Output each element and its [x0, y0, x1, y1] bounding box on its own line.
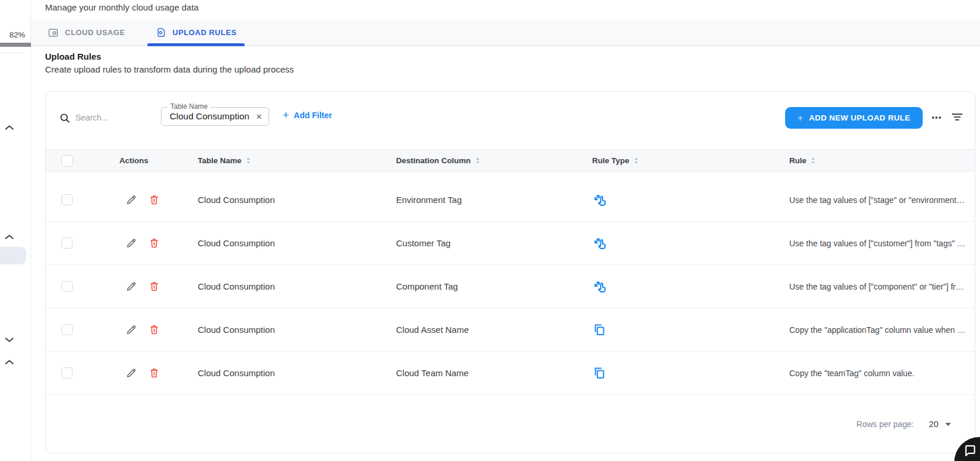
more-options-button[interactable]: ••• [929, 109, 944, 126]
delete-button[interactable] [148, 324, 160, 336]
sort-icon [245, 156, 252, 165]
edit-button[interactable] [125, 367, 137, 379]
row-checkbox[interactable] [61, 367, 73, 379]
table-row: Cloud Consumption Cloud Team Name Copy t… [46, 352, 975, 395]
usage-progress-bar [0, 43, 31, 47]
cell-destination-column: Cloud Team Name [396, 368, 469, 378]
rule-type-tag-icon [592, 192, 607, 208]
page-subtitle: Manage your monthly cloud usage data [45, 2, 199, 12]
table-body: Cloud Consumption Environment Tag Use th… [46, 178, 975, 395]
row-checkbox[interactable] [61, 281, 73, 292]
trash-icon [148, 194, 160, 206]
dropdown-caret-icon[interactable] [945, 422, 951, 426]
cell-table-name: Cloud Consumption [198, 325, 275, 335]
rule-type-tag-icon [592, 236, 607, 251]
cell-table-name: Cloud Consumption [198, 195, 275, 205]
table-name-filter-chip[interactable]: Table Name Cloud Consumption ✕ [161, 107, 269, 126]
table-row: Cloud Consumption Component Tag Use the … [46, 265, 975, 308]
table-row: Cloud Consumption Cloud Asset Name Copy … [46, 308, 975, 352]
cell-destination-column: Cloud Asset Name [396, 325, 469, 335]
delete-button[interactable] [148, 237, 160, 249]
chevron-down-icon[interactable] [5, 335, 14, 342]
add-filter-button[interactable]: + Add Filter [283, 109, 332, 121]
cell-destination-column: Customer Tag [396, 238, 451, 248]
upload-rules-card: Table Name Cloud Consumption ✕ + Add Fil… [45, 91, 975, 453]
cell-destination-column: Environment Tag [396, 195, 462, 205]
column-header-rule-type[interactable]: Rule Type [592, 156, 789, 165]
pencil-icon [125, 367, 137, 379]
rows-per-page-value[interactable]: 20 [929, 419, 938, 429]
pencil-icon [125, 194, 137, 206]
table-view-icon [47, 27, 59, 39]
delete-button[interactable] [148, 280, 160, 293]
add-filter-label: Add Filter [294, 111, 332, 120]
left-sidebar: 82% [0, 0, 31, 461]
column-header-actions: Actions [104, 156, 198, 165]
sidebar-divider [0, 53, 25, 53]
trash-icon [148, 237, 160, 249]
cell-rule: Use the tag values of ["component" or "t… [789, 282, 975, 291]
rule-type-copy-icon [592, 366, 607, 380]
trash-icon [148, 280, 160, 293]
add-new-upload-rule-button[interactable]: + ADD NEW UPLOAD RULE [785, 107, 923, 129]
chevron-up-icon[interactable] [5, 122, 14, 129]
filter-chip-value: Cloud Consumption [170, 111, 249, 122]
cell-table-name: Cloud Consumption [198, 368, 275, 378]
table-row: Cloud Consumption Customer Tag Use the t… [46, 222, 975, 265]
edit-button[interactable] [125, 280, 137, 293]
sort-icon [810, 156, 816, 165]
usage-percent-label: 82% [9, 30, 25, 39]
sidebar-active-item[interactable] [0, 247, 26, 264]
edit-button[interactable] [125, 237, 137, 249]
upload-rules-file-icon [156, 27, 167, 38]
edit-button[interactable] [125, 194, 137, 206]
tab-bar: CLOUD USAGE UPLOAD RULES [31, 19, 980, 46]
close-icon[interactable]: ✕ [256, 113, 262, 121]
sort-icon [633, 156, 639, 165]
cell-rule: Use the tag values of ["stage" or "envir… [789, 195, 975, 205]
rule-type-tag-icon [592, 279, 607, 294]
trash-icon [148, 367, 160, 379]
tab-cloud-usage[interactable]: CLOUD USAGE [38, 19, 135, 46]
cell-table-name: Cloud Consumption [198, 281, 275, 291]
table-header-row: Actions Table Name Destination Column Ru… [46, 149, 975, 172]
cell-rule: Use the tag values of ["customer"] from … [789, 239, 975, 248]
cell-rule: Copy the "applicationTag" column value w… [789, 325, 975, 335]
add-rule-label: ADD NEW UPLOAD RULE [809, 113, 910, 122]
chevron-up-icon[interactable] [5, 357, 14, 364]
pencil-icon [125, 237, 137, 249]
row-checkbox[interactable] [61, 324, 73, 335]
filter-chip-label: Table Name [167, 102, 211, 111]
search-icon [59, 112, 70, 126]
cell-destination-column: Component Tag [396, 281, 458, 291]
filter-list-icon[interactable] [949, 109, 965, 126]
pencil-icon [125, 324, 137, 336]
chevron-up-icon[interactable] [5, 232, 14, 239]
tab-label: UPLOAD RULES [173, 28, 237, 37]
table-row: Cloud Consumption Environment Tag Use th… [46, 178, 975, 222]
trash-icon [148, 324, 160, 336]
main-content: Manage your monthly cloud usage data CLO… [31, 0, 980, 461]
pagination: Rows per page: 20 [857, 419, 951, 429]
column-header-destination-column[interactable]: Destination Column [396, 156, 592, 165]
plus-icon: + [283, 109, 289, 121]
cell-table-name: Cloud Consumption [198, 238, 275, 248]
search-input[interactable] [75, 110, 149, 125]
select-all-checkbox[interactable] [61, 155, 73, 167]
delete-button[interactable] [148, 367, 160, 379]
rows-per-page-label: Rows per page: [857, 419, 914, 429]
tab-label: CLOUD USAGE [65, 28, 125, 37]
section-title: Upload Rules [45, 51, 101, 61]
plus-icon: + [797, 113, 803, 123]
rule-type-copy-icon [592, 322, 607, 337]
edit-button[interactable] [125, 324, 137, 336]
section-description: Create upload rules to transform data du… [45, 64, 294, 74]
column-header-table-name[interactable]: Table Name [198, 156, 396, 165]
column-header-rule[interactable]: Rule [789, 156, 975, 165]
sort-icon [474, 156, 481, 165]
row-checkbox[interactable] [61, 194, 73, 205]
pencil-icon [125, 280, 137, 293]
row-checkbox[interactable] [61, 238, 73, 249]
delete-button[interactable] [148, 194, 160, 206]
tab-upload-rules[interactable]: UPLOAD RULES [146, 19, 246, 46]
